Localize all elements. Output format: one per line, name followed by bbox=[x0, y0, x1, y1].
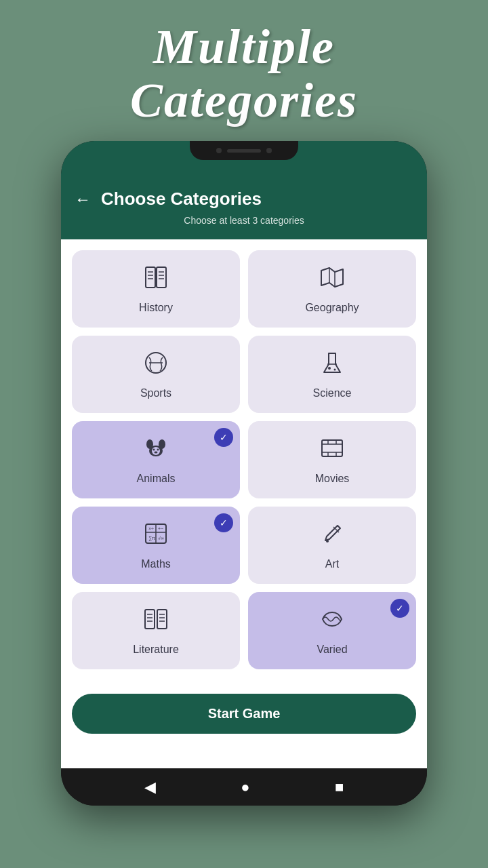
category-card-maths[interactable]: ✓ ×÷ +− ∑π √∞ Maths bbox=[72, 507, 240, 584]
movies-icon bbox=[319, 435, 346, 466]
art-label: Art bbox=[325, 558, 339, 570]
svg-text:∑π: ∑π bbox=[148, 536, 155, 541]
geography-icon bbox=[319, 264, 346, 295]
svg-point-15 bbox=[146, 439, 153, 449]
geography-label: Geography bbox=[305, 302, 359, 314]
header-subtitle: Choose at least 3 categories bbox=[75, 215, 413, 226]
svg-point-20 bbox=[155, 452, 158, 454]
notch-dot-1 bbox=[216, 148, 222, 153]
category-card-sports[interactable]: Sports bbox=[72, 336, 240, 413]
page-title: Multiple Categories bbox=[130, 20, 358, 127]
phone-screen: ← Choose Categories Choose at least 3 ca… bbox=[61, 178, 427, 768]
svg-point-16 bbox=[159, 439, 165, 449]
start-game-button[interactable]: Start Game bbox=[72, 694, 416, 734]
category-card-science[interactable]: Science bbox=[248, 336, 416, 413]
notch-dot-2 bbox=[266, 148, 272, 153]
category-card-art[interactable]: Art bbox=[248, 507, 416, 584]
back-button[interactable]: ← bbox=[75, 190, 91, 209]
notch bbox=[190, 141, 298, 160]
svg-text:+−: +− bbox=[158, 526, 163, 531]
svg-point-19 bbox=[157, 449, 159, 451]
varied-icon bbox=[319, 606, 346, 637]
literature-label: Literature bbox=[133, 644, 179, 656]
svg-point-13 bbox=[334, 369, 336, 371]
svg-point-12 bbox=[328, 367, 331, 370]
varied-check: ✓ bbox=[390, 599, 409, 618]
svg-point-18 bbox=[153, 449, 155, 451]
notch-speaker bbox=[227, 149, 261, 153]
science-label: Science bbox=[313, 387, 352, 399]
svg-rect-38 bbox=[157, 610, 167, 629]
svg-rect-37 bbox=[145, 610, 155, 629]
category-card-geography[interactable]: Geography bbox=[248, 250, 416, 328]
category-card-varied[interactable]: ✓ Varied bbox=[248, 592, 416, 669]
maths-label: Maths bbox=[141, 558, 171, 570]
category-card-animals[interactable]: ✓ Animals bbox=[72, 421, 240, 498]
bottom-area: Start Game bbox=[61, 680, 427, 754]
category-card-literature[interactable]: Literature bbox=[72, 592, 240, 669]
svg-rect-0 bbox=[146, 267, 155, 288]
sports-icon bbox=[142, 349, 169, 380]
svg-rect-1 bbox=[157, 267, 166, 288]
history-icon bbox=[142, 264, 169, 295]
svg-point-36 bbox=[326, 540, 329, 542]
sports-label: Sports bbox=[140, 387, 171, 399]
varied-label: Varied bbox=[317, 644, 347, 656]
app-header: ← Choose Categories Choose at least 3 ca… bbox=[61, 178, 427, 239]
art-icon bbox=[319, 520, 346, 551]
maths-icon: ×÷ +− ∑π √∞ bbox=[142, 520, 169, 551]
svg-text:×÷: ×÷ bbox=[148, 526, 154, 531]
svg-text:√∞: √∞ bbox=[158, 536, 164, 540]
animals-icon bbox=[142, 435, 169, 466]
science-icon bbox=[319, 349, 346, 380]
phone-nav-bar: ◀ ● ■ bbox=[61, 768, 427, 806]
nav-home-icon[interactable]: ● bbox=[241, 778, 249, 796]
category-card-history[interactable]: History bbox=[72, 250, 240, 328]
maths-check: ✓ bbox=[214, 513, 233, 532]
svg-rect-21 bbox=[322, 440, 342, 456]
header-title: Choose Categories bbox=[101, 189, 262, 210]
animals-label: Animals bbox=[137, 473, 176, 485]
phone-notch-area bbox=[61, 141, 427, 178]
literature-icon bbox=[142, 606, 169, 637]
svg-point-17 bbox=[152, 447, 160, 455]
category-card-movies[interactable]: Movies bbox=[248, 421, 416, 498]
movies-label: Movies bbox=[315, 473, 350, 485]
nav-back-icon[interactable]: ◀ bbox=[144, 778, 156, 796]
nav-recents-icon[interactable]: ■ bbox=[335, 778, 344, 796]
history-label: History bbox=[139, 302, 173, 314]
phone-container: ← Choose Categories Choose at least 3 ca… bbox=[61, 141, 427, 806]
categories-grid: History Geography bbox=[61, 239, 427, 680]
animals-check: ✓ bbox=[214, 428, 233, 447]
